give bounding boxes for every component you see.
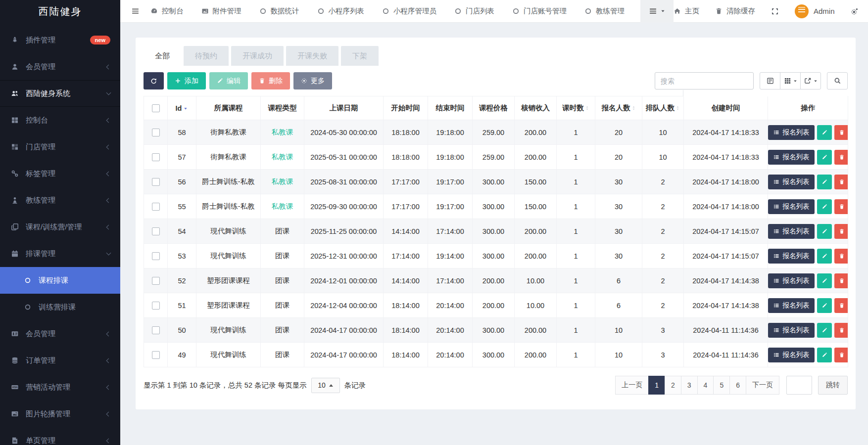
signup-list-button[interactable]: 报名列表 xyxy=(768,150,815,165)
select-all-checkbox[interactable] xyxy=(152,104,160,112)
page-number[interactable]: 1 xyxy=(648,376,665,395)
page-number[interactable]: 2 xyxy=(665,376,681,395)
sidebar-item[interactable]: 课程排课 xyxy=(0,267,120,294)
export-button[interactable] xyxy=(800,72,821,89)
sidebar-item[interactable]: 会员管理 xyxy=(0,53,120,80)
delete-row-button[interactable] xyxy=(834,199,848,214)
sidebar-item[interactable]: 控制台 xyxy=(0,107,120,134)
edit-row-button[interactable] xyxy=(817,224,832,239)
edit-row-button[interactable] xyxy=(817,175,832,189)
tab-开课失败[interactable]: 开课失败 xyxy=(286,46,338,66)
column-header[interactable]: 排队人数 xyxy=(642,96,684,120)
topnav-more-dropdown[interactable] xyxy=(640,0,674,23)
column-header[interactable]: Id xyxy=(168,96,196,120)
edit-row-button[interactable] xyxy=(817,348,832,362)
edit-row-button[interactable] xyxy=(817,199,832,214)
row-checkbox[interactable] xyxy=(152,178,160,186)
topnav-item[interactable]: 门店列表 xyxy=(454,6,494,16)
signup-list-button[interactable]: 报名列表 xyxy=(768,249,815,264)
clear-cache-button[interactable]: 清除缓存 xyxy=(715,6,755,16)
sidebar-item[interactable]: 图片轮播管理 xyxy=(0,400,120,427)
sidebar-item[interactable]: 插件管理new xyxy=(0,27,120,53)
search-button[interactable] xyxy=(827,72,848,89)
edit-row-button[interactable] xyxy=(817,298,832,313)
sidebar-item[interactable]: 门店管理 xyxy=(0,134,120,160)
sidebar-toggle-button[interactable] xyxy=(120,7,150,15)
row-checkbox[interactable] xyxy=(152,277,160,285)
row-checkbox[interactable] xyxy=(152,227,160,235)
row-checkbox[interactable] xyxy=(152,252,160,260)
page-number[interactable]: 3 xyxy=(681,376,698,395)
user-menu[interactable]: Admin xyxy=(795,4,835,18)
row-checkbox[interactable] xyxy=(152,351,160,359)
delete-row-button[interactable] xyxy=(834,249,848,264)
sidebar-item[interactable]: 教练管理 xyxy=(0,187,120,214)
card-view-button[interactable] xyxy=(760,72,780,89)
signup-list-button[interactable]: 报名列表 xyxy=(768,125,815,140)
sidebar-item[interactable]: 西陆健身系统 xyxy=(0,80,120,107)
edit-row-button[interactable] xyxy=(817,273,832,288)
sidebar-item[interactable]: VISA营销活动管理 xyxy=(0,374,120,400)
prev-page-button[interactable]: 上一页 xyxy=(615,376,649,395)
topnav-item[interactable]: 数据统计 xyxy=(259,6,299,16)
delete-row-button[interactable] xyxy=(834,348,848,362)
tab-全部[interactable]: 全部 xyxy=(144,44,181,67)
edit-row-button[interactable] xyxy=(817,323,832,338)
refresh-button[interactable] xyxy=(144,72,164,89)
fullscreen-button[interactable] xyxy=(771,7,779,15)
sidebar-item[interactable]: 会员管理 xyxy=(0,320,120,347)
topnav-item[interactable]: 控制台 xyxy=(150,6,184,16)
sidebar-item[interactable]: 标签管理 xyxy=(0,160,120,187)
sidebar-item[interactable]: 课程/训练营/管理 xyxy=(0,214,120,240)
page-number[interactable]: 5 xyxy=(713,376,730,395)
page-number[interactable]: 4 xyxy=(697,376,714,395)
next-page-button[interactable]: 下一页 xyxy=(746,376,779,395)
signup-list-button[interactable]: 报名列表 xyxy=(768,323,815,338)
delete-row-button[interactable] xyxy=(834,298,848,313)
delete-row-button[interactable] xyxy=(834,150,848,165)
edit-row-button[interactable] xyxy=(817,125,832,140)
edit-row-button[interactable] xyxy=(817,249,832,264)
edit-row-button[interactable] xyxy=(817,150,832,165)
row-checkbox[interactable] xyxy=(152,203,160,211)
column-header[interactable]: 报名人数 xyxy=(595,96,642,120)
row-checkbox[interactable] xyxy=(152,129,160,136)
delete-row-button[interactable] xyxy=(834,323,848,338)
sidebar-item[interactable]: 排课管理 xyxy=(0,240,120,267)
signup-list-button[interactable]: 报名列表 xyxy=(768,175,815,189)
page-jump-input[interactable] xyxy=(786,376,812,395)
sidebar-item[interactable]: 单页管理 xyxy=(0,427,120,445)
settings-button[interactable] xyxy=(851,7,859,15)
delete-button[interactable]: 删除 xyxy=(251,72,290,89)
signup-list-button[interactable]: 报名列表 xyxy=(768,273,815,288)
sidebar-item[interactable]: 订单管理 xyxy=(0,347,120,374)
topnav-item[interactable]: 门店账号管理 xyxy=(512,6,567,16)
edit-button[interactable]: 编辑 xyxy=(209,72,248,89)
tab-开课成功[interactable]: 开课成功 xyxy=(231,46,284,66)
more-button[interactable]: 更多 xyxy=(293,72,332,89)
sidebar-item[interactable]: 训练营排课 xyxy=(0,294,120,320)
delete-row-button[interactable] xyxy=(834,273,848,288)
topnav-item[interactable]: 小程序管理员 xyxy=(382,6,436,16)
column-header[interactable]: 课时数 xyxy=(557,96,595,120)
home-button[interactable]: 主页 xyxy=(674,6,699,16)
signup-list-button[interactable]: 报名列表 xyxy=(768,199,815,214)
topnav-item[interactable]: 小程序列表 xyxy=(317,6,365,16)
topnav-item[interactable]: 教练管理 xyxy=(584,6,625,16)
tab-下架[interactable]: 下架 xyxy=(341,46,379,66)
signup-list-button[interactable]: 报名列表 xyxy=(768,224,815,239)
delete-row-button[interactable] xyxy=(834,125,848,140)
signup-list-button[interactable]: 报名列表 xyxy=(768,298,815,313)
page-jump-button[interactable]: 跳转 xyxy=(818,376,848,395)
page-number[interactable]: 6 xyxy=(729,376,746,395)
tab-待预约[interactable]: 待预约 xyxy=(184,46,229,66)
row-checkbox[interactable] xyxy=(152,302,160,310)
row-checkbox[interactable] xyxy=(152,326,160,334)
signup-list-button[interactable]: 报名列表 xyxy=(768,348,815,362)
delete-row-button[interactable] xyxy=(834,224,848,239)
search-input[interactable] xyxy=(655,72,754,89)
columns-button[interactable] xyxy=(780,72,801,89)
delete-row-button[interactable] xyxy=(834,175,848,189)
row-checkbox[interactable] xyxy=(152,153,160,161)
add-button[interactable]: 添加 xyxy=(167,72,206,89)
